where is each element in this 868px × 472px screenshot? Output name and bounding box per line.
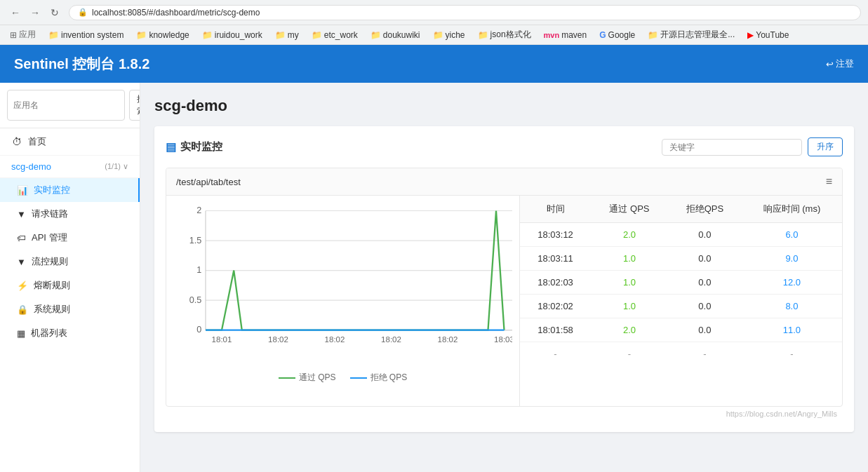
filter-icon: ▼ — [17, 209, 26, 220]
cell-reject: - — [668, 342, 742, 366]
sidebar-item-system[interactable]: 🔒 系统规则 — [0, 297, 140, 321]
content-area: scg-demo ▤ 实时监控 升序 /test/api/tab/test ≡ — [140, 83, 868, 472]
cell-pass: 1.0 — [591, 271, 668, 295]
svg-text:18:01: 18:01 — [212, 335, 232, 344]
cell-time: 18:02:02 — [520, 295, 591, 318]
search-button[interactable]: 搜索 — [129, 90, 140, 121]
sidebar: 搜索 ⏱ 首页 scg-demo (1/1) ∨ 📊 实时监控 ▼ 请求链路 🏷… — [0, 83, 140, 472]
route-header: /test/api/tab/test ≡ — [166, 168, 842, 196]
flow-label: 流控规则 — [32, 255, 68, 268]
svg-text:2: 2 — [196, 205, 201, 215]
bookmark-iruidou[interactable]: 📁 iruidou_work — [198, 29, 267, 41]
cell-response: - — [742, 342, 842, 366]
chevron-icon: ∨ — [123, 162, 128, 170]
lock-icon: 🔒 — [17, 304, 28, 315]
cell-response: 8.0 — [742, 295, 842, 318]
bookmark-google[interactable]: G Google — [595, 29, 639, 41]
chart-area: 2 1.5 1 0.5 0 18:01 18:02 18:02 18:02 18… — [166, 196, 519, 406]
cell-reject: 0.0 — [668, 247, 742, 271]
sort-button[interactable]: 升序 — [808, 137, 843, 156]
page-title: scg-demo — [154, 97, 854, 115]
flow-icon: ▼ — [17, 257, 26, 267]
cell-response: 6.0 — [742, 223, 842, 247]
sidebar-item-home[interactable]: ⏱ 首页 — [0, 128, 140, 156]
cell-time: 18:02:03 — [520, 271, 591, 295]
folder-icon: 📁 — [136, 30, 147, 40]
sidebar-item-request-chain[interactable]: ▼ 请求链路 — [0, 202, 140, 226]
col-reject-qps: 拒绝QPS — [668, 196, 742, 223]
card-header: ▤ 实时监控 升序 — [166, 137, 843, 156]
realtime-label: 实时监控 — [34, 184, 70, 196]
bookmark-youtube[interactable]: ▶ YouTube — [743, 29, 793, 41]
cell-time: - — [520, 342, 591, 366]
green-line-icon — [279, 377, 295, 379]
app-badge: (1/1) ∨ — [105, 162, 128, 171]
table-row: 18:01:58 2.0 0.0 11.0 — [520, 318, 842, 342]
folder-icon: 📁 — [275, 30, 286, 40]
clock-icon: ⏱ — [11, 136, 22, 147]
sidebar-item-machines[interactable]: ▦ 机器列表 — [0, 321, 140, 345]
header-right: ↩ 注登 — [826, 58, 854, 70]
app-title: Sentinel 控制台 1.8.2 — [14, 55, 149, 74]
request-chain-label: 请求链路 — [32, 208, 68, 220]
card-actions: 升序 — [662, 137, 843, 156]
reload-button[interactable]: ↻ — [46, 4, 63, 21]
back-button[interactable]: ← — [7, 4, 24, 21]
sidebar-item-circuit[interactable]: ⚡ 熔断规则 — [0, 274, 140, 297]
home-label: 首页 — [28, 135, 46, 148]
nav-buttons: ← → ↻ — [7, 4, 63, 21]
monitoring-card: ▤ 实时监控 升序 /test/api/tab/test ≡ — [154, 126, 854, 432]
app-name-label: scg-demo — [11, 161, 51, 172]
bookmark-invention[interactable]: 📁 invention system — [44, 29, 128, 41]
menu-icon[interactable]: ≡ — [826, 175, 832, 188]
apps-bookmark[interactable]: ⊞ 应用 — [6, 27, 40, 42]
svg-text:18:02: 18:02 — [268, 335, 288, 344]
bookmark-doukuwiki[interactable]: 📁 doukuwiki — [366, 29, 425, 41]
maven-icon: mvn — [544, 31, 560, 39]
keyword-input[interactable] — [662, 139, 802, 156]
bookmark-logs[interactable]: 📁 开源日志管理最全... — [643, 27, 739, 42]
sidebar-item-realtime[interactable]: 📊 实时监控 — [0, 178, 140, 202]
bookmark-etc[interactable]: 📁 etc_work — [307, 29, 362, 41]
sidebar-app-scg[interactable]: scg-demo (1/1) ∨ — [0, 156, 140, 178]
cell-response: 12.0 — [742, 271, 842, 295]
cell-response: 9.0 — [742, 247, 842, 271]
route-path: /test/api/tab/test — [176, 177, 241, 187]
chart-svg: 2 1.5 1 0.5 0 18:01 18:02 18:02 18:02 18… — [173, 203, 512, 364]
bookmark-maven[interactable]: mvn maven — [540, 29, 592, 41]
login-icon: ↩ — [826, 59, 834, 69]
cell-pass: 1.0 — [591, 247, 668, 271]
bookmark-my[interactable]: 📁 my — [271, 29, 303, 41]
folder-icon: 📁 — [478, 30, 488, 40]
folder-icon: 📁 — [433, 30, 443, 40]
chart-bars-icon: ▤ — [166, 140, 176, 154]
svg-text:18:02: 18:02 — [438, 335, 458, 344]
address-bar[interactable]: 🔒 localhost:8085/#/dashboard/metric/scg-… — [69, 5, 861, 20]
legend-reject: 拒绝 QPS — [350, 372, 408, 384]
bookmark-yiche[interactable]: 📁 yiche — [429, 29, 469, 41]
bookmark-knowledge[interactable]: 📁 knowledge — [132, 29, 193, 41]
chart-legend: 通过 QPS 拒绝 QPS — [173, 366, 512, 384]
col-response-time: 响应时间 (ms) — [742, 196, 842, 223]
api-label: API 管理 — [32, 231, 67, 244]
search-input[interactable] — [7, 90, 125, 121]
cell-reject: 0.0 — [668, 295, 742, 318]
main-layout: 搜索 ⏱ 首页 scg-demo (1/1) ∨ 📊 实时监控 ▼ 请求链路 🏷… — [0, 83, 868, 472]
cell-reject: 0.0 — [668, 318, 742, 342]
sidebar-item-api[interactable]: 🏷 API 管理 — [0, 226, 140, 250]
table-row: - - - - — [520, 342, 842, 366]
route-item: /test/api/tab/test ≡ — [166, 168, 843, 407]
blue-line-icon — [350, 377, 367, 379]
sidebar-item-flow[interactable]: ▼ 流控规则 — [0, 250, 140, 274]
svg-text:0.5: 0.5 — [189, 295, 202, 305]
col-pass-qps: 通过 QPS — [591, 196, 668, 223]
data-table: 时间 通过 QPS 拒绝QPS 响应时间 (ms) 18:03:12 2.0 0… — [520, 196, 842, 365]
cell-pass: - — [591, 342, 668, 366]
login-button[interactable]: ↩ 注登 — [826, 58, 854, 70]
svg-text:1: 1 — [196, 265, 201, 275]
machines-label: 机器列表 — [31, 327, 67, 339]
forward-button[interactable]: → — [27, 4, 44, 21]
table-area: 时间 通过 QPS 拒绝QPS 响应时间 (ms) 18:03:12 2.0 0… — [519, 196, 842, 406]
svg-text:18:02: 18:02 — [325, 335, 345, 344]
bookmark-json[interactable]: 📁 json格式化 — [474, 27, 535, 42]
